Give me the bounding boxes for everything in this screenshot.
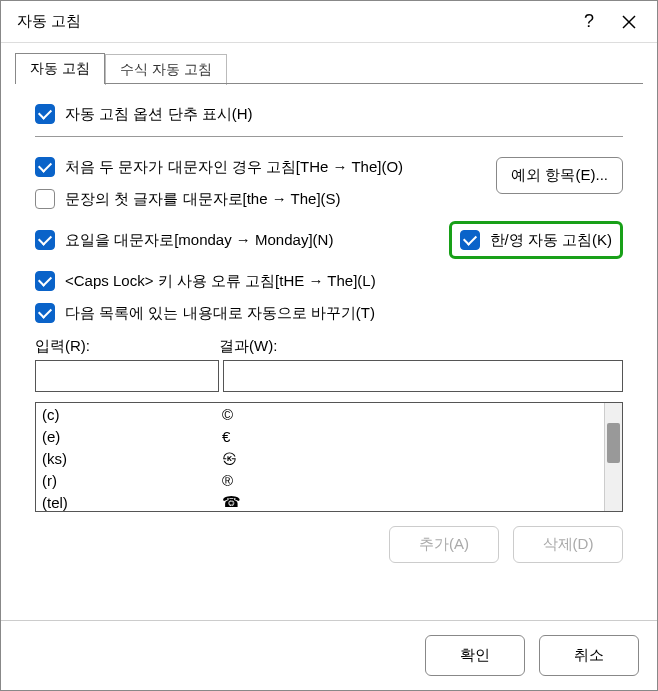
caps-options-row: 처음 두 문자가 대문자인 경우 고침[THe → The](O) 문장의 첫 … [35,157,623,221]
list-item-output: € [222,428,598,445]
list-item[interactable]: (tel) ☎ [36,491,604,511]
checkbox-replace-text[interactable] [35,303,55,323]
checkbox-label[interactable]: 요일을 대문자로[monday → Monday](N) [65,231,333,250]
tabs: 자동 고침 수식 자동 고침 [1,43,657,84]
button-label: 예외 항목(E)... [511,166,608,183]
list-rows: (c) © (e) € (ks) ㉿ (r) ® (tel) ☎ [36,403,604,511]
checkbox-capitalize-sentence[interactable] [35,189,55,209]
button-label: 추가(A) [419,535,469,552]
list-item-output: © [222,406,598,423]
fields-row [35,360,623,392]
replacement-list[interactable]: (c) © (e) € (ks) ㉿ (r) ® (tel) ☎ [35,402,623,512]
button-label: 확인 [460,646,490,663]
checkbox-two-initial-caps[interactable] [35,157,55,177]
checkbox-label[interactable]: 처음 두 문자가 대문자인 경우 고침[THe → The](O) [65,158,403,177]
list-item-input: (tel) [42,494,222,511]
option-caps-lock: <Caps Lock> 키 사용 오류 고침[tHE → The](L) [35,271,623,291]
tab-label: 자동 고침 [30,60,90,76]
help-button[interactable]: ? [569,6,609,38]
autocorrect-dialog: 자동 고침 ? 자동 고침 수식 자동 고침 자동 고침 옵션 단추 표시(H) [0,0,658,691]
replace-input[interactable] [35,360,219,392]
add-button[interactable]: 추가(A) [389,526,499,563]
checkbox-label[interactable]: <Caps Lock> 키 사용 오류 고침[tHE → The](L) [65,272,376,291]
result-label: 결과(W): [219,337,277,356]
list-item[interactable]: (c) © [36,403,604,425]
list-item-output: ® [222,472,598,489]
checkbox-label[interactable]: 다음 목록에 있는 내용대로 자동으로 바꾸기(T) [65,304,375,323]
tab-panel: 자동 고침 옵션 단추 표시(H) 처음 두 문자가 대문자인 경우 고침[TH… [15,83,643,619]
delete-button[interactable]: 삭제(D) [513,526,623,563]
option-han-eng-highlight: 한/영 자동 고침(K) [449,221,624,259]
checkbox-label[interactable]: 자동 고침 옵션 단추 표시(H) [65,105,253,124]
option-capitalize-sentence: 문장의 첫 글자를 대문자로[the → The](S) [35,189,496,209]
list-actions: 추가(A) 삭제(D) [35,526,623,563]
list-item-output: ㉿ [222,449,598,468]
with-input[interactable] [223,360,623,392]
checkbox-label[interactable]: 문장의 첫 글자를 대문자로[the → The](S) [65,190,341,209]
option-capitalize-days: 요일을 대문자로[monday → Monday](N) [35,230,333,250]
list-item[interactable]: (e) € [36,425,604,447]
option-show-button: 자동 고침 옵션 단추 표시(H) [35,104,623,124]
cancel-button[interactable]: 취소 [539,635,639,676]
titlebar: 자동 고침 ? [1,1,657,43]
list-item-input: (r) [42,472,222,489]
tab-autocorrect[interactable]: 자동 고침 [15,53,105,84]
option-replace-text: 다음 목록에 있는 내용대로 자동으로 바꾸기(T) [35,303,623,323]
list-item-input: (c) [42,406,222,423]
checkbox-caps-lock[interactable] [35,271,55,291]
input-label: 입력(R): [35,337,219,356]
list-item[interactable]: (ks) ㉿ [36,447,604,469]
caps-options-left: 처음 두 문자가 대문자인 경우 고침[THe → The](O) 문장의 첫 … [35,157,496,221]
list-item-output: ☎ [222,493,598,511]
tab-math-autocorrect[interactable]: 수식 자동 고침 [105,54,227,85]
button-label: 취소 [574,646,604,663]
exceptions-button[interactable]: 예외 항목(E)... [496,157,623,194]
button-label: 삭제(D) [543,535,594,552]
dialog-title: 자동 고침 [17,12,569,31]
checkbox-capitalize-days[interactable] [35,230,55,250]
list-item[interactable]: (r) ® [36,469,604,491]
list-item-input: (ks) [42,450,222,467]
divider [35,136,623,137]
close-icon [622,15,636,29]
option-two-initial-caps: 처음 두 문자가 대문자인 경우 고침[THe → The](O) [35,157,496,177]
option-row-days-haneng: 요일을 대문자로[monday → Monday](N) 한/영 자동 고침(K… [35,221,623,259]
checkbox-show-button[interactable] [35,104,55,124]
list-item-input: (e) [42,428,222,445]
tab-label: 수식 자동 고침 [120,61,212,77]
ok-button[interactable]: 확인 [425,635,525,676]
checkbox-label[interactable]: 한/영 자동 고침(K) [490,231,613,250]
dialog-footer: 확인 취소 [1,620,657,690]
close-button[interactable] [609,6,649,38]
help-icon: ? [584,11,594,32]
list-scrollbar[interactable] [604,403,622,511]
scroll-thumb[interactable] [607,423,620,463]
field-labels: 입력(R): 결과(W): [35,337,623,356]
checkbox-han-eng[interactable] [460,230,480,250]
